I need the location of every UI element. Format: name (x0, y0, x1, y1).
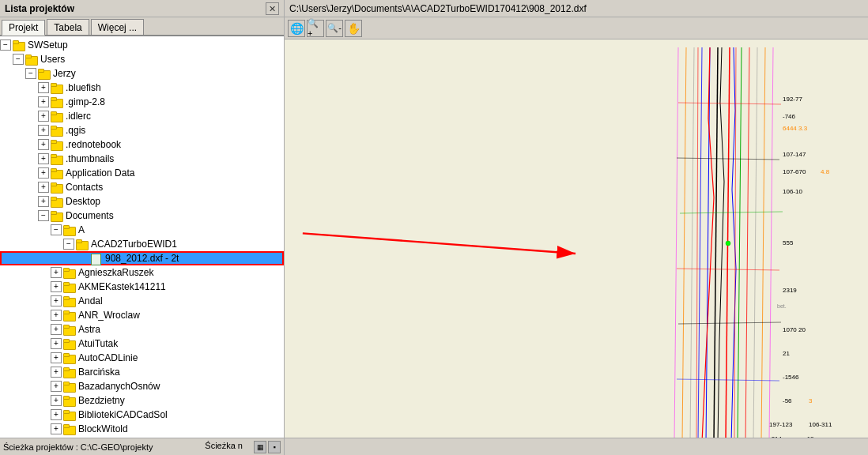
tree-expander-autocad[interactable]: + (51, 352, 62, 363)
tree-node-baza[interactable]: +BazadanychOsnów (0, 379, 284, 393)
left-panel: Lista projektów ✕ Projekt Tabela Więcej … (0, 0, 285, 455)
globe-button[interactable]: 🌐 (288, 20, 305, 37)
panel-close-button[interactable]: ✕ (266, 2, 279, 15)
tree-expander-swsetup[interactable]: − (0, 39, 11, 51)
tree-node-barcinska[interactable]: +Barcińska (0, 365, 284, 379)
svg-text:-314: -314 (769, 435, 783, 438)
tree-label-documents: Documents (66, 210, 114, 221)
tree-expander-andal[interactable]: + (51, 295, 62, 306)
tree-node-atui[interactable]: +AtuiTutak (0, 337, 284, 351)
svg-text:107-670: 107-670 (783, 168, 806, 175)
folder-icon (51, 153, 63, 164)
right-toolbar: 🌐 🔍+ 🔍- ✋ (285, 17, 868, 39)
folder-icon (51, 210, 63, 221)
tree-expander-qgis[interactable]: + (38, 125, 49, 136)
tree-expander-baza[interactable]: + (51, 381, 62, 392)
file-tree[interactable]: −SWSetup−Users−Jerzy+.bluefish+.gimp-2.8… (0, 36, 284, 438)
tree-expander-atui[interactable]: + (51, 338, 62, 349)
panel-titlebar: Lista projektów ✕ (0, 0, 284, 17)
tree-expander-desktop[interactable]: + (38, 196, 49, 207)
grid-icon-1[interactable]: ▦ (254, 441, 266, 453)
tree-expander-thumbnails[interactable]: + (38, 153, 49, 164)
tree-node-qgis[interactable]: +.qgis (0, 123, 284, 137)
tree-node-bluefish[interactable]: +.bluefish (0, 81, 284, 95)
tree-expander-users[interactable]: − (13, 54, 24, 65)
svg-text:192-77: 192-77 (783, 96, 802, 103)
tree-node-rednotebook[interactable]: +.rednotebook (0, 137, 284, 152)
tree-label-andal: Andal (78, 295, 103, 306)
zoom-in-button[interactable]: 🔍+ (307, 20, 324, 37)
tree-expander-documents[interactable]: − (38, 210, 49, 221)
tree-node-swsetup[interactable]: −SWSetup (0, 38, 284, 52)
folder-icon (13, 39, 25, 51)
tree-expander-bluefish[interactable]: + (38, 82, 49, 93)
svg-point-38 (726, 241, 730, 246)
tab-wiecej[interactable]: Więcej ... (91, 19, 144, 35)
tab-tabela[interactable]: Tabela (47, 19, 89, 35)
tree-node-bezdz[interactable]: +Bezdzietny (0, 393, 284, 408)
svg-text:3: 3 (809, 397, 813, 404)
tree-node-akmek[interactable]: +AKMEKastek141211 (0, 280, 284, 294)
tree-expander-block[interactable]: + (51, 423, 62, 434)
tree-label-users: Users (40, 54, 65, 65)
drawing-area: 192-77 -746 6444 3.3 107-147 107-670 4.8… (285, 39, 868, 438)
tree-label-appdata: Application Data (66, 167, 134, 179)
tree-node-gimp[interactable]: +.gimp-2.8 (0, 95, 284, 109)
tree-node-idlerc[interactable]: +.idlerc (0, 109, 284, 123)
svg-text:bet.: bet. (777, 303, 787, 309)
tree-expander-contacts[interactable]: + (38, 182, 49, 193)
svg-text:6444 3.3: 6444 3.3 (783, 125, 808, 132)
folder-icon (51, 111, 63, 122)
tree-expander-astra[interactable]: + (51, 324, 62, 335)
tree-expander-akmek[interactable]: + (51, 281, 62, 292)
tree-label-block: BlockWitold (78, 423, 128, 434)
pan-button[interactable]: ✋ (345, 20, 362, 37)
tree-node-andal[interactable]: +Andal (0, 294, 284, 308)
tree-node-agnieszka[interactable]: +AgnieszkaRuszek (0, 265, 284, 280)
tree-node-a[interactable]: −A (0, 223, 284, 237)
svg-line-42 (303, 233, 576, 254)
tree-node-desktop[interactable]: +Desktop (0, 194, 284, 209)
tree-node-block[interactable]: +BlockWitold (0, 422, 284, 436)
status-path-left: Ścieżka projektów : C:\C-GEO\projekty (3, 442, 153, 452)
svg-text:106-10: 106-10 (783, 188, 802, 195)
svg-text:197-123: 197-123 (769, 421, 793, 428)
tree-expander-anr[interactable]: + (51, 310, 62, 321)
tree-node-dxf908[interactable]: 908_2012.dxf - 2t (0, 251, 284, 265)
tree-label-biblio: BibliotekiCADCadSol (78, 409, 168, 420)
tree-node-autocad[interactable]: +AutoCADLinie (0, 351, 284, 365)
tree-expander-a[interactable]: − (51, 224, 62, 235)
tree-label-dxf908: 908_2012.dxf - 2t (105, 253, 179, 264)
tree-node-biblio[interactable]: +BibliotekiCADCadSol (0, 408, 284, 422)
tree-expander-gimp[interactable]: + (38, 96, 49, 107)
tree-expander-acad2turbo[interactable]: − (63, 239, 74, 250)
tree-label-contacts: Contacts (66, 182, 103, 193)
zoom-out-button[interactable]: 🔍- (326, 20, 343, 37)
tree-expander-jerzy[interactable]: − (25, 68, 36, 79)
tree-node-documents[interactable]: −Documents (0, 209, 284, 223)
tree-label-desktop: Desktop (66, 196, 100, 207)
status-grid-icons: Ścieżka n ▦ ▪ (205, 441, 281, 453)
tree-expander-rednotebook[interactable]: + (38, 139, 49, 150)
folder-icon (63, 310, 76, 321)
tree-expander-barcinska[interactable]: + (51, 367, 62, 378)
tree-node-appdata[interactable]: +Application Data (0, 166, 284, 180)
svg-text:-18: -18 (805, 435, 814, 438)
folder-icon (76, 239, 89, 250)
grid-icon-2[interactable]: ▪ (268, 441, 281, 453)
folder-icon (63, 224, 76, 235)
tree-node-jerzy[interactable]: −Jerzy (0, 66, 284, 81)
tree-expander-biblio[interactable]: + (51, 409, 62, 420)
tree-expander-appdata[interactable]: + (38, 167, 49, 179)
tree-node-anr[interactable]: +ANR_Wroclaw (0, 308, 284, 322)
folder-icon (63, 367, 76, 378)
tree-expander-bezdz[interactable]: + (51, 395, 62, 406)
tab-projekt[interactable]: Projekt (2, 20, 45, 36)
tree-expander-agnieszka[interactable]: + (51, 267, 62, 278)
tree-node-contacts[interactable]: +Contacts (0, 180, 284, 194)
tree-node-astra[interactable]: +Astra (0, 322, 284, 337)
tree-node-thumbnails[interactable]: +.thumbnails (0, 152, 284, 166)
tree-expander-idlerc[interactable]: + (38, 111, 49, 122)
tree-node-acad2turbo[interactable]: −ACAD2TurboEWID1 (0, 237, 284, 251)
tree-node-users[interactable]: −Users (0, 52, 284, 66)
